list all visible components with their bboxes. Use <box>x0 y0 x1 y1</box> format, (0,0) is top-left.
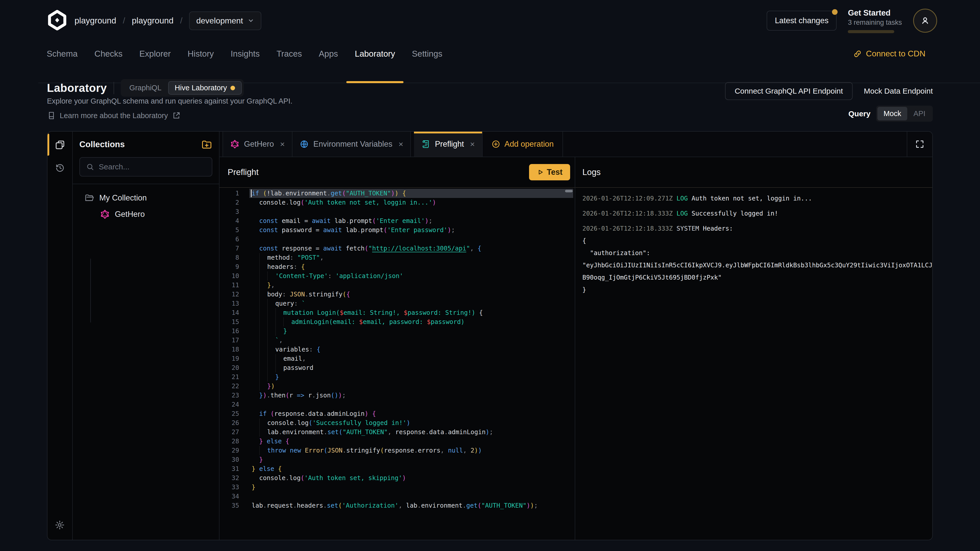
code-line[interactable]: 14 mutation Login($email: String!, $pass… <box>220 308 575 318</box>
toggle-option-mock[interactable]: Mock <box>877 107 907 121</box>
code-line[interactable]: 11 }, <box>220 281 575 290</box>
fullscreen-button[interactable] <box>907 132 932 157</box>
code-line[interactable]: 13 query: ` <box>220 299 575 308</box>
new-collection-button[interactable] <box>201 139 212 150</box>
graphql-icon <box>230 140 239 149</box>
code-line[interactable]: 32 console.log('Auth token set, skipping… <box>220 473 575 483</box>
code-text: variables: { <box>249 345 573 354</box>
tab-environment-variables[interactable]: Environment Variables× <box>293 132 411 157</box>
nav-item-apps[interactable]: Apps <box>310 43 346 83</box>
graphql-icon <box>100 210 110 219</box>
test-button[interactable]: Test <box>529 164 570 180</box>
settings-rail-button[interactable] <box>52 518 67 532</box>
code-text: 'Content-Type': 'application/json' <box>249 272 573 281</box>
search-input[interactable] <box>99 162 206 171</box>
code-line[interactable]: 4 const email = await lab.prompt('Enter … <box>220 216 575 225</box>
code-line[interactable]: 30 } <box>220 455 575 464</box>
log-entry: 2026-01-26T12:12:09.271Z LOG Auth token … <box>582 192 932 205</box>
target-select[interactable]: development <box>189 11 261 30</box>
code-line[interactable]: 17 `, <box>220 336 575 345</box>
log-line: 2026-01-26T12:12:18.333Z SYSTEM Headers: <box>582 222 932 235</box>
log-line: "authorization": <box>582 247 932 259</box>
nav-item-settings[interactable]: Settings <box>404 43 451 83</box>
collection-operation-row[interactable]: GetHero <box>84 207 219 221</box>
code-line[interactable]: 3 <box>220 207 575 216</box>
code-text: const password = await lab.prompt('Enter… <box>249 225 573 235</box>
editor-scrollbar-thumb[interactable] <box>565 190 573 192</box>
history-rail-button[interactable] <box>53 161 67 175</box>
plus-circle-icon <box>491 140 501 149</box>
code-line[interactable]: 35lab.request.headers.set('Authorization… <box>220 501 575 510</box>
code-text: const response = await fetch("http://loc… <box>249 244 573 253</box>
tab-gethero[interactable]: GetHero× <box>223 132 293 157</box>
connect-cdn-link[interactable]: Connect to CDN <box>853 49 925 59</box>
scroll-icon <box>421 140 430 149</box>
close-icon[interactable]: × <box>278 140 285 149</box>
code-text: console.log('Auth token not set, loggin … <box>249 198 573 207</box>
close-icon[interactable]: × <box>397 140 403 149</box>
collections-title: Collections <box>80 140 125 149</box>
code-line[interactable]: 33} <box>220 483 575 492</box>
line-number: 6 <box>220 235 239 244</box>
code-line[interactable]: 12 body: JSON.stringify({ <box>220 290 575 299</box>
code-line[interactable]: 23 }).then(r => r.json()); <box>220 391 575 400</box>
nav-item-schema[interactable]: Schema <box>38 43 86 83</box>
code-line[interactable]: 21 } <box>220 372 575 382</box>
nav-item-explorer[interactable]: Explorer <box>131 43 179 83</box>
mock-data-endpoint-button[interactable]: Mock Data Endpoint <box>864 87 933 95</box>
code-line[interactable]: 31} else { <box>220 464 575 473</box>
code-line[interactable]: 2 console.log('Auth token not set, loggi… <box>220 198 575 207</box>
code-line[interactable]: 29 throw new Error(JSON.stringify(respon… <box>220 446 575 455</box>
nav-item-traces[interactable]: Traces <box>268 43 310 83</box>
code-line[interactable]: 26 console.log('Successfully logged in!'… <box>220 418 575 427</box>
code-line[interactable]: 28 } else { <box>220 437 575 446</box>
target-select-value: development <box>196 16 243 25</box>
code-line[interactable]: 20 password <box>220 363 575 372</box>
code-line[interactable]: 27 lab.environment.set("AUTH_TOKEN", res… <box>220 427 575 437</box>
code-line[interactable]: 25 if (response.data.adminLogin) { <box>220 409 575 418</box>
line-number: 34 <box>220 492 239 501</box>
code-line[interactable]: 1if (!lab.environment.get("AUTH_TOKEN"))… <box>220 189 575 198</box>
code-text: } <box>249 483 573 492</box>
code-line[interactable]: 8 method: "POST", <box>220 253 575 262</box>
get-started-widget[interactable]: Get Started 3 remaining tasks <box>848 8 902 33</box>
add-operation-button[interactable]: Add operation <box>483 132 563 157</box>
code-line[interactable]: 10 'Content-Type': 'application/json' <box>220 272 575 281</box>
code-line[interactable]: 15 adminLogin(email: $email, password: $… <box>220 318 575 327</box>
folder-plus-icon <box>201 139 212 150</box>
connect-graphql-endpoint-button[interactable]: Connect GraphQL API Endpoint <box>725 82 853 100</box>
code-line[interactable]: 5 const password = await lab.prompt('Ent… <box>220 225 575 235</box>
code-line[interactable]: 34 <box>220 492 575 501</box>
code-editor[interactable]: 1if (!lab.environment.get("AUTH_TOKEN"))… <box>220 188 575 510</box>
close-icon[interactable]: × <box>469 140 475 149</box>
line-number: 35 <box>220 501 239 510</box>
collection-folder-label: My Collection <box>99 193 147 203</box>
nav-item-checks[interactable]: Checks <box>86 43 131 83</box>
code-line[interactable]: 19 email, <box>220 354 575 363</box>
toggle-option-api[interactable]: API <box>907 107 932 121</box>
line-number: 1 <box>220 189 239 198</box>
code-line[interactable]: 16 } <box>220 327 575 336</box>
code-line[interactable]: 6 <box>220 235 575 244</box>
breadcrumb-project[interactable]: playground <box>132 16 173 25</box>
nav-item-history[interactable]: History <box>179 43 222 83</box>
collection-folder-row[interactable]: My Collection <box>84 191 219 205</box>
code-line[interactable]: 18 variables: { <box>220 345 575 354</box>
collections-rail-button[interactable] <box>53 138 67 152</box>
nav-item-laboratory[interactable]: Laboratory <box>346 43 404 83</box>
code-line[interactable]: 22 }) <box>220 382 575 391</box>
code-line[interactable]: 7 const response = await fetch("http://l… <box>220 244 575 253</box>
toggle-option-graphiql[interactable]: GraphiQL <box>123 81 168 95</box>
code-line[interactable]: 24 <box>220 400 575 409</box>
breadcrumb-org[interactable]: playground <box>75 16 116 25</box>
learn-more-link[interactable]: Learn more about the Laboratory <box>47 111 181 120</box>
latest-changes-button[interactable]: Latest changes <box>767 11 837 30</box>
tab-label: Environment Variables <box>313 140 393 149</box>
nav-item-insights[interactable]: Insights <box>222 43 268 83</box>
editor-title: Preflight <box>228 167 259 177</box>
tab-preflight[interactable]: Preflight× <box>414 132 482 157</box>
code-line[interactable]: 9 headers: { <box>220 262 575 272</box>
code-text: if (response.data.adminLogin) { <box>249 409 573 418</box>
user-avatar[interactable] <box>913 9 937 33</box>
toggle-option-hive-laboratory[interactable]: Hive Laboratory <box>168 81 242 95</box>
